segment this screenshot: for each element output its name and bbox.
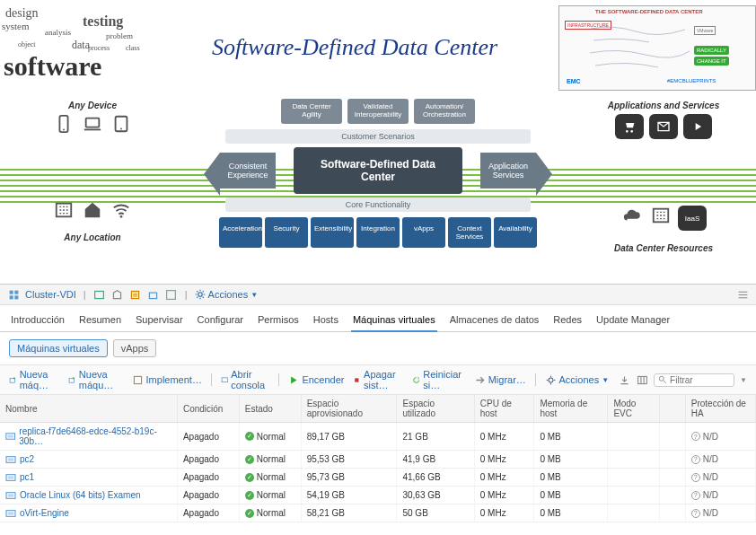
deploy-action[interactable]: Implement… — [132, 374, 202, 386]
vm-cpu: 0 MHz — [474, 487, 534, 504]
svg-point-24 — [659, 376, 664, 381]
vm-ha: ?N/D — [691, 508, 750, 518]
col-mem[interactable]: Memoria de host — [534, 395, 608, 423]
core-vapps: vApps — [402, 217, 445, 248]
page-title: Software-Defined Data Center — [171, 34, 539, 61]
toolbar-icon-3[interactable] — [129, 288, 142, 301]
table-row[interactable]: replica-f7de6468-edce-4552-b19c-30b…Apag… — [0, 423, 756, 451]
diagram-center-column: Data Center Agility Validated Interopera… — [220, 99, 536, 248]
tab-hosts[interactable]: Hosts — [312, 311, 340, 331]
toolbar-icon-4[interactable] — [147, 288, 160, 301]
vm-provisioned: 89,17 GB — [301, 423, 397, 451]
architecture-diagram: Any Device Any Location Applications and… — [0, 95, 756, 284]
toolbar-icon-2[interactable] — [111, 288, 124, 301]
export-icon[interactable] — [618, 373, 630, 386]
toolbar-icon-5[interactable] — [165, 288, 178, 301]
restart-action[interactable]: Reiniciar si… — [412, 369, 465, 390]
table-row[interactable]: Oracle Linux (64 bits) ExamenApagado✓Nor… — [0, 487, 756, 504]
filter-input-wrap[interactable] — [654, 373, 734, 387]
filter-input[interactable] — [670, 375, 724, 385]
vm-name-link[interactable]: pc2 — [5, 454, 171, 464]
tab-datastores[interactable]: Almacenes de datos — [448, 311, 541, 331]
tab-introduction[interactable]: Introducción — [9, 311, 66, 331]
col-ha[interactable]: Protección de HA — [685, 395, 755, 423]
toolbar-menu-icon[interactable] — [736, 288, 749, 301]
vm-ha: ?N/D — [691, 490, 750, 500]
mail-app-icon — [649, 114, 678, 139]
col-spacer — [660, 395, 685, 423]
wifi-icon — [110, 200, 133, 220]
col-provisioned[interactable]: Espacio aprovisionado — [301, 395, 397, 423]
core-boxes: Acceleration Security Extensibility Inte… — [219, 217, 537, 248]
vm-status: ✓Normal — [245, 432, 295, 442]
subtab-vapps[interactable]: vApps — [113, 339, 157, 357]
application-services-arrow: Application Services — [480, 153, 536, 189]
vm-used: 30,63 GB — [397, 487, 474, 504]
svg-rect-26 — [7, 434, 13, 437]
breadcrumb-bar: Cluster-VDI | | Acciones ▼ — [0, 285, 756, 305]
vm-name-link[interactable]: oVirt-Engine — [5, 508, 171, 518]
cluster-icon — [7, 288, 20, 301]
svg-rect-9 — [14, 290, 18, 294]
col-name[interactable]: Nombre — [0, 395, 177, 423]
migrate-action[interactable]: Migrar… — [474, 374, 526, 386]
laptop-icon — [81, 114, 104, 134]
subtab-vms[interactable]: Máquinas virtuales — [9, 339, 108, 357]
sketchnote-graphic: THE SOFTWARE-DEFINED DATA CENTER INFRAST… — [558, 5, 756, 91]
core-integration: Integration — [356, 217, 400, 248]
vm-mem: 0 MB — [534, 469, 608, 487]
more-actions[interactable]: Acciones▼ — [545, 374, 610, 386]
new-vm-action-1[interactable]: Nueva máq… — [9, 369, 59, 390]
col-evc[interactable]: Modo EVC — [608, 395, 660, 423]
vm-name-link[interactable]: replica-f7de6468-edce-4552-b19c-30b… — [5, 426, 171, 446]
col-status[interactable]: Estado — [239, 395, 301, 423]
vm-ha: ?N/D — [691, 454, 750, 464]
cloud-icon — [620, 206, 644, 225]
tab-configure[interactable]: Configurar — [196, 311, 245, 331]
vm-evc — [608, 487, 660, 504]
vm-provisioned: 58,21 GB — [301, 504, 397, 522]
columns-icon[interactable] — [636, 373, 648, 386]
vm-condition: Apagado — [177, 487, 239, 504]
svg-rect-11 — [14, 295, 18, 299]
vm-provisioned: 54,19 GB — [301, 487, 397, 504]
toolbar-icon-1[interactable] — [93, 288, 106, 301]
table-row[interactable]: oVirt-EngineApagado✓Normal58,21 GB50 GB0… — [0, 504, 756, 522]
table-row[interactable]: pc2Apagado✓Normal95,53 GB41,9 GB0 MHz0 M… — [0, 451, 756, 469]
vm-condition: Apagado — [177, 451, 239, 469]
core-acceleration: Acceleration — [219, 217, 262, 248]
tab-summary[interactable]: Resumen — [77, 311, 123, 331]
svg-rect-30 — [8, 476, 14, 478]
core-security: Security — [265, 217, 308, 248]
vm-mem: 0 MB — [534, 504, 608, 522]
table-row[interactable]: pc1Apagado✓Normal95,73 GB41,66 GB0 MHz0 … — [0, 469, 756, 487]
vm-name-link[interactable]: Oracle Linux (64 bits) Examen — [5, 490, 171, 500]
breadcrumb-actions[interactable]: Acciones ▼ — [195, 289, 259, 300]
svg-point-1 — [63, 129, 65, 131]
servers-icon — [649, 206, 672, 225]
search-icon — [658, 375, 667, 384]
core-extensibility: Extensibility — [311, 217, 354, 248]
gear-icon — [195, 289, 206, 300]
breadcrumb-cluster-name[interactable]: Cluster-VDI — [25, 289, 76, 300]
tab-permissions[interactable]: Permisos — [256, 311, 301, 331]
diagram-right-column: Applications and Services IaaS Data Cent… — [587, 101, 740, 257]
vm-status: ✓Normal — [245, 508, 295, 518]
tab-networks[interactable]: Redes — [551, 311, 584, 331]
tab-vms[interactable]: Máquinas virtuales — [351, 311, 437, 332]
tab-monitor[interactable]: Supervisar — [134, 311, 185, 331]
poweroff-action[interactable]: Apagar sist… — [353, 369, 402, 390]
poweron-action[interactable]: Encender — [287, 374, 344, 386]
tab-update-manager[interactable]: Update Manager — [594, 311, 672, 331]
col-condition[interactable]: Condición — [177, 395, 239, 423]
svg-point-6 — [120, 215, 123, 218]
vm-evc — [608, 469, 660, 487]
open-console-action[interactable]: Abrir consola — [221, 369, 269, 390]
col-cpu[interactable]: CPU de host — [474, 395, 534, 423]
vm-name-link[interactable]: pc1 — [5, 472, 171, 482]
svg-rect-34 — [8, 512, 14, 514]
col-used[interactable]: Espacio utilizado — [397, 395, 474, 423]
svg-rect-12 — [95, 291, 104, 298]
new-vm-action-2[interactable]: Nueva máqu… — [68, 369, 122, 390]
svg-point-16 — [198, 293, 202, 297]
